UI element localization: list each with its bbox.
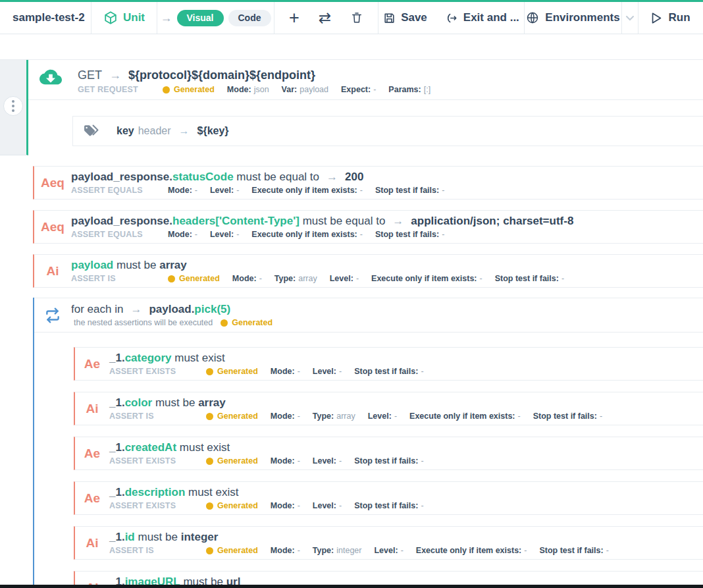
- meta-item: Execute only if item exists:-: [251, 230, 363, 240]
- assertion-row[interactable]: Ai _1.id must be integer ASSERT IS Gener…: [74, 526, 703, 560]
- save-exit-group: Save Exit and ...: [378, 2, 525, 34]
- code-tab[interactable]: Code: [228, 10, 271, 26]
- arrow-icon: [326, 171, 338, 183]
- toggle-arrow-icon: →: [161, 11, 172, 25]
- foreach-target-prefix: payload.: [149, 303, 194, 315]
- generated-dot-icon: [163, 86, 170, 94]
- meta-item: Execute only if item exists:-: [416, 546, 527, 556]
- save-button[interactable]: Save: [383, 11, 427, 24]
- assertion-title: _1.createdAt must exist: [109, 441, 703, 454]
- generated-dot-icon: [206, 547, 213, 554]
- kebab-icon: [12, 100, 14, 103]
- assertion-kind: ASSERT IS: [109, 412, 194, 421]
- generated-badge: Generated: [206, 501, 258, 511]
- assertion-badge: Ae: [75, 348, 109, 380]
- unit-label: Unit: [123, 11, 145, 24]
- assertion-title: _1.id must be integer: [109, 530, 703, 544]
- meta-item: Var:payload: [282, 85, 328, 95]
- view-toggle: → Visual Code: [157, 2, 274, 34]
- meta-item: Stop test if fails:-: [495, 274, 564, 284]
- header-param-row[interactable]: keyheader${key}: [72, 116, 703, 146]
- assertion-badge: Ae: [75, 437, 109, 469]
- component-rail: [0, 60, 28, 155]
- add-component-button[interactable]: +: [289, 9, 299, 27]
- generated-dot-icon: [168, 275, 175, 282]
- assertion-row[interactable]: Ae _1.category must exist ASSERT EXISTS …: [74, 347, 703, 381]
- get-request-row[interactable]: GET${protocol}${domain}${endpoint} GET R…: [28, 60, 703, 100]
- meta-item: Stop test if fails:-: [533, 412, 602, 421]
- meta-item: Params:[:]: [388, 85, 430, 95]
- screen-bottom-edge: [0, 585, 703, 588]
- globe-icon: [526, 11, 539, 24]
- exit-button[interactable]: Exit and ...: [445, 11, 519, 24]
- assertion-kind: ASSERT IS: [109, 546, 194, 556]
- meta-item: Mode:-: [232, 274, 262, 284]
- delete-button[interactable]: [350, 11, 363, 25]
- foreach-group: for each inpayload.pick(5) the nested as…: [33, 298, 703, 588]
- meta-item: Stop test if fails:-: [354, 367, 423, 377]
- foreach-note: the nested assertions will be executed: [74, 317, 213, 328]
- assertion-badge: Ai: [75, 527, 109, 559]
- assertion-title: _1.description must exist: [109, 485, 703, 499]
- assertion-title: _1.category must exist: [109, 351, 703, 365]
- environments-dropdown-toggle[interactable]: [622, 2, 638, 34]
- meta-item: Expect:-: [341, 85, 376, 95]
- generated-dot-icon: [206, 368, 213, 375]
- assertion-title: payload must be array: [71, 258, 703, 272]
- meta-item: Stop test if fails:-: [539, 546, 608, 556]
- nested-assertions-list: Ae _1.category must exist ASSERT EXISTS …: [34, 333, 703, 588]
- exit-label: Exit and ...: [463, 11, 519, 24]
- meta-item: Mode:-: [271, 456, 300, 466]
- get-request-group: GET${protocol}${domain}${endpoint} GET R…: [0, 59, 703, 155]
- toolbar-actions: + ⇄: [274, 2, 378, 34]
- assertion-row[interactable]: Aeq payload_response.statusCode must be …: [33, 166, 703, 200]
- meta-item: Type:array: [274, 274, 317, 284]
- arrow-icon: [130, 303, 142, 315]
- generated-badge: Generated: [163, 85, 215, 95]
- request-method: GET: [78, 68, 102, 82]
- assertion-row[interactable]: Ae _1.createdAt must exist ASSERT EXISTS…: [74, 437, 703, 470]
- assertion-row[interactable]: Ai payload must be array ASSERT IS Gener…: [33, 254, 703, 288]
- arrow-icon: [109, 68, 121, 82]
- assertions-list: Aeq payload_response.statusCode must be …: [0, 166, 703, 288]
- reorder-button[interactable]: ⇄: [319, 11, 331, 26]
- assertion-title: payload_response.statusCode must be equa…: [71, 170, 703, 184]
- assertion-badge: Aeq: [34, 167, 71, 199]
- meta-item: Level:-: [313, 456, 342, 466]
- generated-badge: Generated: [206, 412, 258, 421]
- foreach-target-fn: pick(5): [194, 303, 230, 315]
- assertion-kind: ASSERT EQUALS: [71, 230, 155, 240]
- assertion-badge: Aeq: [34, 211, 71, 243]
- component-menu-button[interactable]: [3, 96, 23, 116]
- meta-item: Level:-: [368, 412, 397, 421]
- assertion-badge: Ae: [75, 482, 109, 514]
- assertion-row[interactable]: Ai _1.color must be array ASSERT IS Gene…: [74, 392, 703, 425]
- save-icon: [383, 12, 396, 24]
- visual-tab[interactable]: Visual: [177, 10, 224, 26]
- meta-item: Mode:-: [271, 367, 300, 377]
- request-title: GET${protocol}${domain}${endpoint}: [78, 67, 703, 83]
- meta-item: Level:-: [210, 186, 239, 196]
- meta-item: Stop test if fails:-: [354, 456, 423, 466]
- exit-icon: [445, 12, 458, 24]
- param-name: key: [117, 125, 134, 136]
- meta-item: Execute only if item exists:-: [409, 412, 521, 421]
- meta-item: Type:array: [313, 412, 355, 421]
- environments-button[interactable]: Environments: [525, 2, 622, 34]
- param-value: ${key}: [197, 125, 229, 136]
- unit-button[interactable]: Unit: [91, 2, 157, 34]
- meta-item: Level:-: [313, 501, 342, 511]
- generated-badge: Generated: [168, 274, 220, 284]
- meta-item: Mode:-: [168, 230, 197, 240]
- test-canvas: GET${protocol}${domain}${endpoint} GET R…: [0, 59, 703, 588]
- foreach-title: for each inpayload.pick(5): [71, 302, 703, 316]
- run-button[interactable]: Run: [638, 2, 703, 34]
- meta-item: Execute only if item exists:-: [371, 274, 482, 284]
- assertion-kind: ASSERT EXISTS: [109, 456, 194, 466]
- assertion-row[interactable]: Ae _1.description must exist ASSERT EXIS…: [74, 481, 703, 515]
- meta-item: Stop test if fails:-: [375, 230, 444, 240]
- generated-dot-icon: [206, 413, 213, 420]
- foreach-row[interactable]: for each inpayload.pick(5) the nested as…: [34, 298, 703, 333]
- assertion-row[interactable]: Aeq payload_response.headers['Content-Ty…: [33, 210, 703, 244]
- generated-dot-icon: [206, 502, 213, 510]
